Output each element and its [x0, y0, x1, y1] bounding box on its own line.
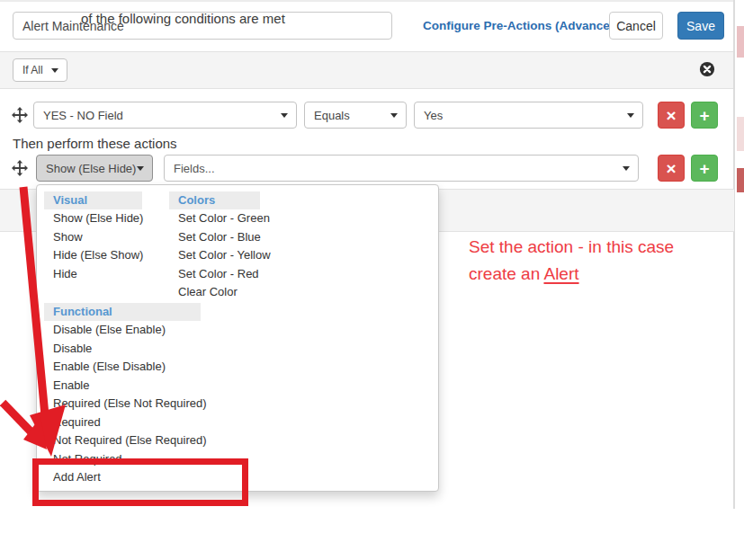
rule-builder-app: Configure Pre-Actions (Advanced) Cancel … — [0, 0, 744, 560]
save-button[interactable]: Save — [677, 12, 724, 40]
action-type-value: Show (Else Hide) — [46, 162, 136, 175]
action-fields-select[interactable]: Fields... — [164, 155, 639, 182]
action-fields-value: Fields... — [174, 162, 215, 175]
menu-item-set-color-blue[interactable]: Set Color - Blue — [169, 228, 271, 247]
annotation-note: Set the action - in this case create an … — [469, 234, 674, 288]
condition-value-select[interactable]: Yes — [414, 102, 643, 129]
annotation-line2: create an Alert — [469, 261, 674, 288]
cancel-button[interactable]: Cancel — [609, 12, 663, 40]
conditions-bar-label: of the following conditions are met — [81, 11, 285, 26]
menu-group-header-colors: Colors — [169, 191, 260, 209]
action-type-select[interactable]: Show (Else Hide) — [36, 155, 153, 182]
chevron-down-icon — [137, 166, 144, 171]
menu-item-show-else-hide[interactable]: Show (Else Hide) — [44, 209, 143, 228]
menu-item-set-color-red[interactable]: Set Color - Red — [169, 265, 271, 284]
remove-condition-button[interactable]: × — [658, 102, 685, 129]
remove-group-icon[interactable] — [699, 61, 715, 77]
menu-item-set-color-green[interactable]: Set Color - Green — [169, 209, 271, 228]
top-divider — [0, 0, 734, 2]
condition-value-value: Yes — [424, 109, 443, 122]
condition-operator-value: Equals — [314, 109, 350, 122]
menu-item-show[interactable]: Show — [44, 228, 143, 247]
annotation-alert-word: Alert — [543, 264, 578, 283]
menu-item-enable-else-disable[interactable]: Enable (Else Disable) — [44, 358, 207, 377]
configure-preactions-link[interactable]: Configure Pre-Actions (Advanced) — [423, 19, 622, 32]
menu-group-colors: Colors Set Color - Green Set Color - Blu… — [169, 191, 271, 302]
condition-field-value: YES - NO Field — [43, 109, 123, 122]
cropped-edge-fragment — [737, 26, 744, 58]
menu-item-clear-color[interactable]: Clear Color — [169, 283, 271, 302]
condition-field-select[interactable]: YES - NO Field — [33, 102, 297, 129]
condition-operator-select[interactable]: Equals — [304, 102, 407, 129]
chevron-down-icon — [623, 166, 630, 171]
menu-group-header-visual: Visual — [44, 191, 142, 209]
menu-group-header-functional: Functional — [44, 303, 201, 321]
chevron-down-icon — [281, 113, 288, 118]
add-action-button[interactable]: + — [691, 155, 718, 182]
menu-item-disable[interactable]: Disable — [44, 340, 207, 359]
cropped-edge-fragment — [737, 168, 744, 192]
move-icon — [12, 107, 28, 123]
move-icon — [12, 160, 28, 176]
menu-item-disable-else-enable[interactable]: Disable (Else Enable) — [44, 321, 207, 340]
if-all-select-value: If All — [22, 64, 43, 76]
menu-item-not-required-else-required[interactable]: Not Required (Else Required) — [44, 431, 207, 450]
chevron-down-icon — [51, 68, 58, 73]
menu-item-required-else-not-required[interactable]: Required (Else Not Required) — [44, 395, 207, 413]
menu-item-enable[interactable]: Enable — [44, 377, 207, 396]
if-all-select[interactable]: If All — [13, 58, 67, 82]
drag-handle-condition[interactable] — [12, 107, 28, 123]
menu-item-hide-else-show[interactable]: Hide (Else Show) — [44, 246, 143, 265]
menu-item-hide[interactable]: Hide — [44, 265, 143, 284]
cropped-edge-fragment — [737, 117, 744, 151]
drag-handle-action[interactable] — [12, 160, 28, 176]
chevron-down-icon — [627, 113, 634, 118]
right-divider — [733, 0, 735, 509]
chevron-down-icon — [390, 113, 398, 118]
remove-action-button[interactable]: × — [658, 155, 685, 182]
add-condition-button[interactable]: + — [691, 102, 718, 129]
menu-group-visual: Visual Show (Else Hide) Show Hide (Else … — [44, 191, 143, 283]
action-type-dropdown-menu: Visual Show (Else Hide) Show Hide (Else … — [36, 184, 439, 492]
actions-heading: Then perform these actions — [13, 136, 177, 151]
conditions-header-bar — [0, 51, 734, 89]
menu-item-required[interactable]: Required — [44, 413, 207, 432]
circle-x-icon — [699, 61, 715, 77]
menu-item-set-color-yellow[interactable]: Set Color - Yellow — [169, 246, 271, 265]
annotation-line1: Set the action - in this case — [469, 234, 674, 261]
annotation-highlight-rect — [32, 458, 248, 506]
annotation-line2-prefix: create an — [469, 264, 543, 283]
